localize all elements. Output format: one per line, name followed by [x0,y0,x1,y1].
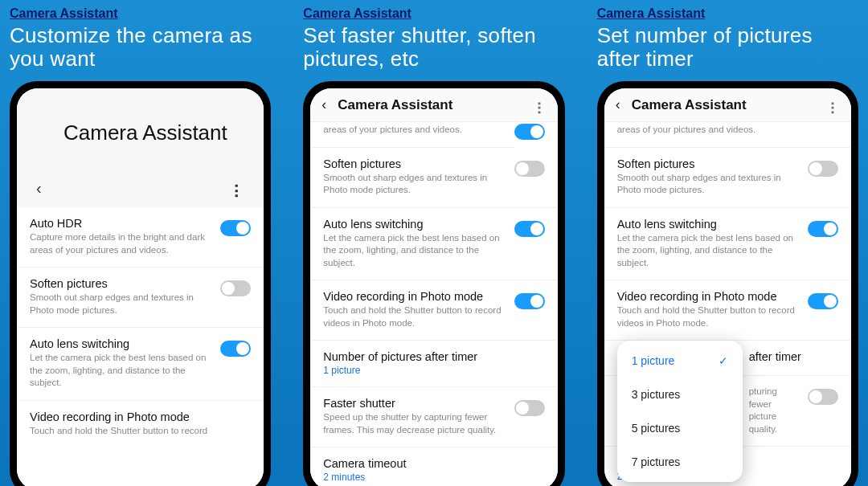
toggle-soften[interactable] [514,161,545,177]
toggle-faster[interactable] [514,400,545,416]
row-desc: Capture more details in the bright and d… [30,231,212,256]
row-desc-partial: areas of your pictures and videos. [604,122,851,148]
option-7-pictures[interactable]: 7 pictures [617,445,743,479]
headline-3: Set number of pictures after timer [597,24,858,70]
setting-row-auto-lens[interactable]: Auto lens switching Let the camera pick … [17,328,264,401]
toggle-auto-hdr[interactable] [514,124,545,140]
phone-frame-2: ‹ Camera Assistant ︙ areas of your pictu… [303,81,564,486]
toggle-auto-hdr[interactable] [220,220,251,236]
row-title: Number of pictures after timer [323,350,544,363]
toggle-faster[interactable] [808,389,838,405]
headline-1: Customize the camera as you want [10,24,271,70]
phone-frame-3: ‹ Camera Assistant ︙ areas of your pictu… [597,81,858,486]
toggle-auto-lens[interactable] [514,221,545,237]
screen-title: Camera Assistant [338,97,518,113]
row-title: Soften pictures [617,157,800,170]
row-desc: Let the camera pick the best lens based … [30,352,212,390]
row-desc: Speed up the shutter by capturing fewer … [323,411,506,436]
row-value: 1 picture [323,365,544,376]
option-5-pictures[interactable]: 5 pictures [617,411,743,445]
row-title: Video recording in Photo mode [617,290,800,303]
row-desc: Let the camera pick the best lens based … [617,232,800,270]
row-title: Auto lens switching [323,218,506,231]
setting-row-video-photo[interactable]: Video recording in Photo mode Touch and … [17,401,264,448]
row-desc: Smooth out sharp edges and textures in P… [30,292,212,317]
row-value: 2 minutes [323,472,544,483]
setting-row-num-pics[interactable]: Number of pictures after timer 1 picture [310,341,557,387]
setting-row-video-photo[interactable]: Video recording in Photo mode Touch and … [604,280,851,341]
brand-label-1: Camera Assistant [10,6,271,21]
setting-row-timeout[interactable]: Camera timeout 2 minutes [310,447,557,486]
headline-2: Set faster shutter, soften pictures, etc [303,24,564,70]
back-icon[interactable]: ‹ [616,96,620,113]
toggle-video-photo[interactable] [514,293,545,309]
row-title: Auto lens switching [30,337,212,350]
toggle-auto-lens[interactable] [220,341,251,357]
phone-frame-1: Camera Assistant ‹ ︙ Auto HDR Capture mo… [10,81,271,486]
row-desc: Touch and hold the Shutter button to rec… [30,425,251,438]
row-title: Video recording in Photo mode [30,410,251,423]
row-desc: Touch and hold the Shutter button to rec… [323,304,506,329]
row-desc: picture quality. [749,410,800,435]
option-label: 7 pictures [632,455,681,468]
row-desc: Touch and hold the Shutter button to rec… [617,304,800,329]
setting-row-auto-lens[interactable]: Auto lens switching Let the camera pick … [604,208,851,281]
more-icon[interactable]: ︙ [823,100,840,110]
more-icon[interactable]: ︙ [530,100,547,110]
option-3-pictures[interactable]: 3 pictures [617,378,743,411]
setting-row-soften[interactable]: Soften pictures Smooth out sharp edges a… [17,268,264,328]
row-desc-partial: areas of your pictures and videos. [310,122,514,148]
toggle-video-photo[interactable] [808,293,838,309]
setting-row-auto-lens[interactable]: Auto lens switching Let the camera pick … [310,208,557,281]
option-1-picture[interactable]: 1 picture ✓ [617,344,743,378]
setting-row-faster-shutter[interactable]: Faster shutter Speed up the shutter by c… [310,387,557,447]
row-title: Soften pictures [323,157,506,170]
screen-title: Camera Assistant [632,97,812,113]
row-desc: pturing fewer [749,386,800,410]
check-icon: ✓ [719,354,728,367]
row-title: Faster shutter [323,397,506,410]
toggle-auto-lens[interactable] [808,221,838,237]
brand-label-3: Camera Assistant [597,6,858,21]
option-label: 3 pictures [632,388,681,401]
setting-row-soften[interactable]: Soften pictures Smooth out sharp edges a… [310,148,557,208]
row-title: Video recording in Photo mode [323,290,506,303]
setting-row-soften[interactable]: Soften pictures Smooth out sharp edges a… [604,148,851,208]
setting-row-video-photo[interactable]: Video recording in Photo mode Touch and … [310,280,557,341]
back-icon[interactable]: ‹ [36,179,42,198]
brand-label-2: Camera Assistant [303,6,564,21]
row-desc: Let the camera pick the best lens based … [323,232,506,270]
row-title: Auto HDR [30,217,212,230]
option-label: 1 picture [632,354,675,367]
more-icon[interactable]: ︙ [226,182,244,194]
row-desc: Smooth out sharp edges and textures in P… [323,172,506,197]
dropdown-num-pics: 1 picture ✓ 3 pictures 5 pictures 7 pict… [617,341,743,482]
row-title: Soften pictures [30,277,212,290]
setting-row-auto-hdr[interactable]: Auto HDR Capture more details in the bri… [17,207,264,268]
row-title: Auto lens switching [617,218,800,231]
back-icon[interactable]: ‹ [321,96,326,113]
row-desc: Smooth out sharp edges and textures in P… [617,172,800,197]
toggle-soften[interactable] [808,161,838,177]
screen-title-large: Camera Assistant [63,120,264,145]
option-label: 5 pictures [632,422,681,435]
row-title: Camera timeout [323,457,544,470]
row-title: after timer [749,350,838,363]
toggle-soften[interactable] [220,280,251,296]
